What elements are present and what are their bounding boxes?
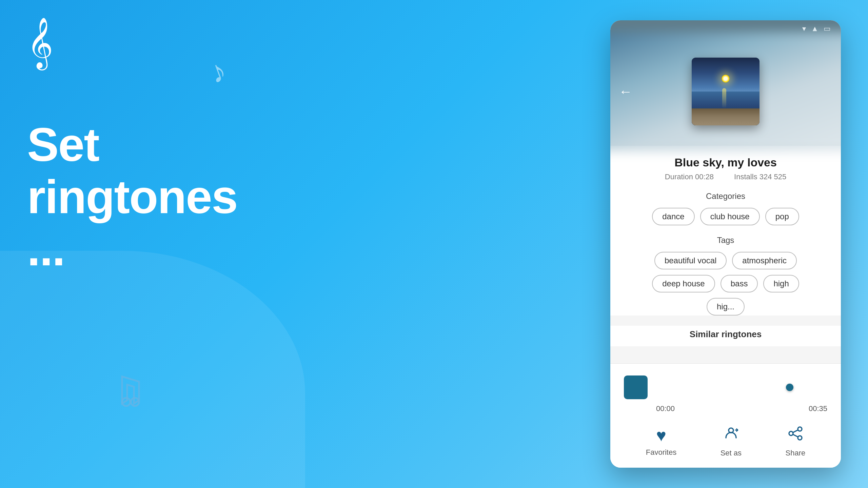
share-label: Share [786, 449, 806, 458]
song-meta: Duration 00:28 Installs 324 525 [624, 172, 827, 181]
svg-point-8 [798, 436, 802, 440]
play-button[interactable] [624, 375, 648, 399]
album-reflection [722, 88, 726, 108]
tags-row: beautiful vocal atmospheric deep house b… [624, 252, 827, 316]
set-as-button[interactable]: Set as [721, 425, 742, 458]
categories-label: Categories [624, 191, 827, 201]
album-sun [722, 75, 730, 83]
set-as-label: Set as [721, 449, 742, 458]
favorites-label: Favorites [646, 448, 676, 457]
song-title: Blue sky, my loves [624, 156, 827, 169]
tag-atmospheric[interactable]: atmospheric [732, 252, 797, 269]
tag-bass[interactable]: bass [721, 275, 758, 292]
similar-section: Similar ringtones [610, 326, 841, 346]
time-start: 00:00 [656, 404, 675, 413]
category-clubhouse[interactable]: club house [700, 208, 760, 225]
hero-line1: Set [27, 118, 99, 171]
player-track [624, 375, 827, 399]
svg-point-6 [798, 427, 802, 431]
favorites-button[interactable]: ♥ Favorites [646, 426, 676, 457]
cover-area: ← [610, 37, 841, 146]
category-dance[interactable]: dance [652, 208, 694, 225]
progress-thumb [786, 384, 793, 391]
tag-beautiful-vocal[interactable]: beautiful vocal [654, 252, 727, 269]
time-row: 00:00 00:35 [624, 404, 827, 413]
svg-line-9 [793, 430, 798, 432]
svg-line-10 [793, 434, 798, 437]
song-info: Blue sky, my loves Duration 00:28 Instal… [610, 146, 841, 316]
hero-text: Set ringtones ... [27, 119, 237, 275]
deco-note-bottom-icon [112, 370, 156, 420]
categories-row: dance club house pop [624, 208, 827, 225]
favorites-icon: ♥ [656, 426, 666, 445]
player-section: 00:00 00:35 ♥ Favorites Set as [610, 363, 841, 468]
song-installs: Installs 324 525 [734, 172, 786, 181]
set-as-icon [723, 425, 739, 446]
similar-title: Similar ringtones [624, 329, 827, 346]
album-art [692, 58, 760, 125]
app-logo: 𝄞 [27, 20, 53, 64]
svg-point-7 [789, 431, 793, 435]
svg-marker-0 [122, 377, 139, 404]
hero-line2: ringtones ... [27, 170, 237, 276]
share-icon [787, 425, 804, 446]
category-pop[interactable]: pop [765, 208, 799, 225]
tags-label: Tags [624, 236, 827, 245]
time-end: 00:35 [809, 404, 827, 413]
tag-more[interactable]: hig... [707, 298, 745, 316]
tag-deep-house[interactable]: deep house [652, 275, 715, 292]
app-frame: ▾ ▲ ▭ ← Blue sky, my loves Duration 00:2… [610, 20, 841, 468]
tag-high[interactable]: high [763, 275, 799, 292]
album-shore [692, 108, 760, 125]
back-button[interactable]: ← [619, 84, 632, 99]
share-button[interactable]: Share [786, 425, 806, 458]
bottom-actions: ♥ Favorites Set as [624, 422, 827, 458]
song-duration: Duration 00:28 [665, 172, 714, 181]
